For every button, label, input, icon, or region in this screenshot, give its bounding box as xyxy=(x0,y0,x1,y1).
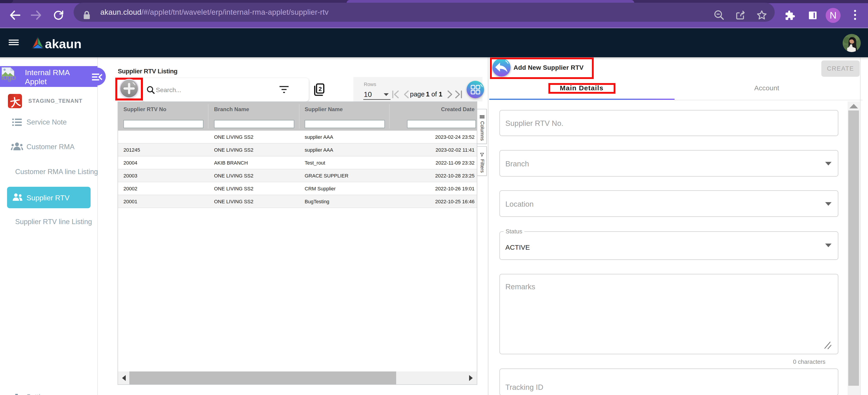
svg-text:2: 2 xyxy=(318,86,322,92)
